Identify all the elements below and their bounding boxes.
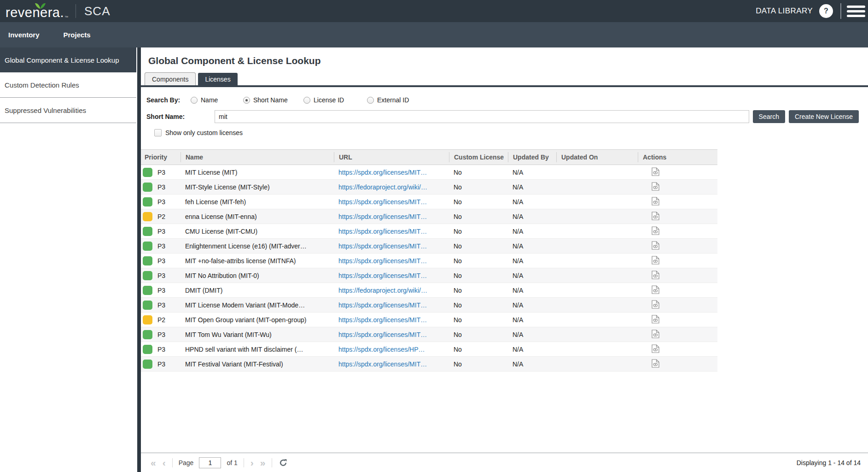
question-mark-icon: ?: [824, 7, 828, 15]
data-library-link[interactable]: DATA LIBRARY: [756, 6, 813, 16]
view-license-icon[interactable]: [652, 315, 659, 324]
actions-cell: [638, 167, 717, 177]
license-url-link[interactable]: https://spdx.org/licenses/MIT…: [338, 331, 427, 338]
priority-label: P3: [157, 183, 165, 191]
license-url-link[interactable]: https://spdx.org/licenses/MIT…: [338, 213, 427, 220]
column-header-actions[interactable]: Actions: [638, 152, 717, 162]
pagination-divider: [272, 458, 272, 467]
license-url-link[interactable]: https://spdx.org/licenses/MIT…: [338, 316, 427, 324]
url-cell: https://fedoraproject.org/wiki/…: [334, 287, 449, 294]
hamburger-menu-icon[interactable]: [847, 6, 865, 17]
create-new-license-button[interactable]: Create New License: [789, 110, 859, 123]
actions-cell: [638, 226, 717, 236]
license-url-link[interactable]: https://spdx.org/licenses/MIT…: [338, 242, 427, 250]
sidebar-item-suppressed-vulnerabilities[interactable]: Suppressed Vulnerabilities: [0, 98, 136, 123]
actions-cell: [638, 197, 717, 207]
updated-by-cell: N/A: [508, 242, 556, 250]
view-license-icon[interactable]: [652, 359, 659, 368]
table-row: P3MIT Festival Variant (MIT-Festival)htt…: [141, 357, 717, 372]
tab-components[interactable]: Components: [145, 72, 196, 85]
view-license-icon[interactable]: [652, 330, 659, 338]
radio-selected-icon[interactable]: [243, 97, 250, 104]
license-url-link[interactable]: https://spdx.org/licenses/MIT…: [338, 272, 427, 279]
view-license-icon[interactable]: [652, 197, 659, 206]
priority-cell: P2: [141, 315, 181, 324]
show-custom-licenses-checkbox[interactable]: [154, 129, 162, 136]
view-license-icon[interactable]: [652, 256, 659, 265]
first-page-icon[interactable]: «: [151, 458, 156, 467]
radio-option-external-id[interactable]: External ID: [367, 96, 427, 104]
license-url-link[interactable]: https://spdx.org/licenses/HP…: [338, 346, 425, 353]
url-cell: https://spdx.org/licenses/MIT…: [334, 301, 449, 309]
priority-cell: P3: [141, 286, 181, 295]
license-url-link[interactable]: https://fedoraproject.org/wiki/…: [338, 183, 427, 191]
refresh-icon[interactable]: [279, 459, 287, 467]
license-url-link[interactable]: https://spdx.org/licenses/MIT…: [338, 228, 427, 235]
column-header-name[interactable]: Name: [181, 152, 334, 162]
license-url-link[interactable]: https://spdx.org/licenses/MIT…: [338, 169, 427, 176]
nav-item-projects[interactable]: Projects: [64, 31, 91, 39]
short-name-input[interactable]: [215, 110, 749, 123]
table-row: P3MIT-Style License (MIT-Style)https://f…: [141, 180, 717, 195]
sidebar-item-global-lookup[interactable]: Global Component & License Lookup: [0, 47, 136, 72]
radio-unselected-icon[interactable]: [367, 97, 374, 104]
view-license-icon[interactable]: [652, 344, 659, 353]
license-url-link[interactable]: https://spdx.org/licenses/MIT…: [338, 360, 427, 368]
priority-label: P3: [157, 242, 165, 250]
license-url-link[interactable]: https://spdx.org/licenses/MIT…: [338, 198, 427, 206]
column-header-updated-by[interactable]: Updated By: [508, 152, 556, 162]
license-table-body: P3MIT License (MIT)https://spdx.org/lice…: [141, 165, 717, 372]
search-button[interactable]: Search: [753, 110, 785, 123]
tab-licenses[interactable]: Licenses: [198, 73, 237, 85]
radio-unselected-icon[interactable]: [191, 97, 198, 104]
custom-license-cell: No: [449, 301, 508, 309]
url-cell: https://spdx.org/licenses/MIT…: [334, 272, 449, 279]
view-license-icon[interactable]: [652, 285, 659, 294]
displaying-count: Displaying 1 - 14 of 14: [797, 459, 861, 466]
radio-option-label: Name: [201, 96, 218, 104]
license-url-link[interactable]: https://spdx.org/licenses/MIT…: [338, 257, 427, 265]
view-license-icon[interactable]: [652, 241, 659, 250]
priority-indicator: [143, 227, 152, 236]
priority-indicator: [143, 360, 152, 369]
view-license-icon[interactable]: [652, 300, 659, 309]
actions-cell: [638, 344, 717, 354]
column-header-custom-license[interactable]: Custom License: [449, 152, 508, 162]
priority-cell: P3: [141, 271, 181, 280]
license-url-link[interactable]: https://fedoraproject.org/wiki/…: [338, 287, 427, 294]
view-license-icon[interactable]: [652, 271, 659, 279]
page-of-label: of 1: [227, 459, 237, 466]
table-row: P3CMU License (MIT-CMU)https://spdx.org/…: [141, 224, 717, 239]
license-url-link[interactable]: https://spdx.org/licenses/MIT…: [338, 301, 427, 309]
column-header-updated-on[interactable]: Updated On: [556, 152, 638, 162]
view-license-icon[interactable]: [652, 167, 659, 176]
priority-indicator: [143, 183, 152, 192]
last-page-icon[interactable]: »: [260, 458, 266, 467]
custom-license-cell: No: [449, 213, 508, 220]
page-label: Page: [179, 459, 194, 466]
help-button[interactable]: ?: [819, 4, 833, 18]
sidebar-item-custom-detection-rules[interactable]: Custom Detection Rules: [0, 72, 136, 98]
radio-option-name[interactable]: Name: [191, 96, 243, 104]
actions-cell: [638, 330, 717, 340]
page-number-input[interactable]: [199, 457, 221, 468]
url-cell: https://spdx.org/licenses/HP…: [334, 346, 449, 353]
radio-unselected-icon[interactable]: [303, 97, 310, 104]
view-license-icon[interactable]: [652, 182, 659, 191]
next-page-icon[interactable]: ›: [250, 458, 254, 467]
radio-option-label: Short Name: [253, 96, 288, 104]
view-license-icon[interactable]: [652, 226, 659, 235]
priority-label: P3: [157, 228, 165, 235]
table-row: P3MIT No Attribution (MIT-0)https://spdx…: [141, 268, 717, 283]
content: Global Component & License Lookup Compon…: [141, 47, 868, 472]
nav-item-inventory[interactable]: Inventory: [8, 31, 40, 39]
column-header-url[interactable]: URL: [334, 152, 449, 162]
previous-page-icon[interactable]: ‹: [163, 458, 166, 467]
view-license-icon[interactable]: [652, 212, 659, 220]
radio-option-license-id[interactable]: License ID: [303, 96, 367, 104]
license-name-cell: DMIT (DMIT): [181, 287, 334, 294]
updated-by-cell: N/A: [508, 316, 556, 324]
priority-cell: P3: [141, 256, 181, 266]
column-header-priority[interactable]: Priority: [141, 152, 181, 162]
radio-option-short-name[interactable]: Short Name: [243, 96, 303, 104]
